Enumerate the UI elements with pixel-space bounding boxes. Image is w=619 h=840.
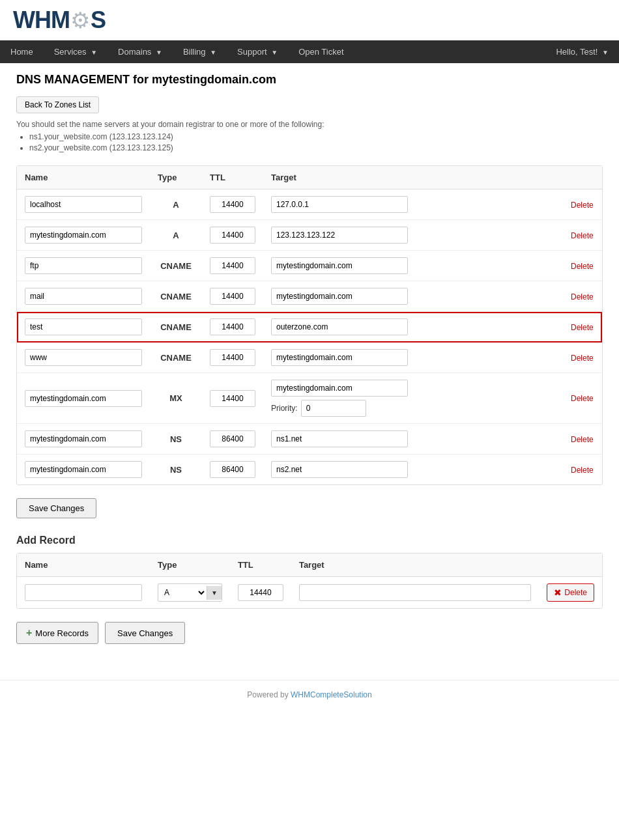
mx-name-input[interactable]: [25, 390, 142, 407]
nameserver-notice: You should set the name servers at your …: [16, 120, 603, 129]
dns-name-input[interactable]: [25, 196, 142, 213]
dns-records-table: Name Type TTL Target A Delete: [17, 166, 602, 484]
save-changes-button-bottom[interactable]: Save Changes: [105, 622, 185, 644]
more-records-label: More Records: [35, 628, 89, 638]
dns-record-row: A Delete: [17, 220, 602, 251]
dns-ttl-cell: [202, 281, 263, 312]
dns-target-cell: [263, 281, 563, 312]
dns-ttl-input[interactable]: [210, 227, 255, 244]
ns-delete-link[interactable]: Delete: [571, 435, 594, 444]
dns-delete-link[interactable]: Delete: [571, 292, 594, 301]
nav-services[interactable]: Services ▼: [44, 40, 108, 63]
footer-link[interactable]: WHMCompleteSolution: [291, 690, 372, 699]
dns-type-cell: A: [150, 189, 202, 220]
ns-ttl-cell: [202, 424, 263, 455]
dns-action-cell: Delete: [563, 220, 602, 251]
mx-target-input[interactable]: [271, 380, 408, 397]
dns-target-input[interactable]: [271, 257, 408, 274]
ns-ttl-input[interactable]: [210, 430, 255, 447]
dns-target-input[interactable]: [271, 196, 408, 213]
dns-name-input[interactable]: [25, 288, 142, 305]
more-records-button[interactable]: + More Records: [16, 622, 98, 644]
dns-name-input[interactable]: [25, 257, 142, 274]
col-header-name: Name: [17, 166, 150, 189]
add-target-input[interactable]: [299, 584, 531, 601]
dns-target-input[interactable]: [271, 288, 408, 305]
add-name-cell: [17, 577, 150, 609]
billing-arrow-icon: ▼: [210, 49, 216, 56]
plus-icon: +: [26, 627, 32, 639]
dns-ttl-input[interactable]: [210, 288, 255, 305]
ns-delete-link[interactable]: Delete: [571, 466, 594, 475]
add-delete-button[interactable]: ✖ Delete: [547, 583, 594, 602]
dns-delete-link[interactable]: Delete: [571, 231, 594, 240]
dns-ttl-input[interactable]: [210, 257, 255, 274]
dns-delete-link[interactable]: Delete: [571, 262, 594, 271]
back-to-zones-button[interactable]: Back To Zones List: [16, 96, 99, 113]
dns-ttl-cell: [202, 312, 263, 343]
support-arrow-icon: ▼: [271, 49, 278, 56]
dns-target-input[interactable]: [271, 318, 408, 335]
domains-arrow-icon: ▼: [156, 49, 162, 56]
dns-ttl-cell: [202, 251, 263, 281]
save-changes-button-top[interactable]: Save Changes: [16, 498, 96, 518]
nav-support[interactable]: Support ▼: [227, 40, 288, 63]
dns-ttl-cell: [202, 343, 263, 373]
mx-ttl-input[interactable]: [210, 390, 255, 407]
dns-record-row: CNAME Delete: [17, 343, 602, 373]
ns-action-cell: Delete: [563, 424, 602, 455]
dns-action-cell: Delete: [563, 189, 602, 220]
dns-delete-link[interactable]: Delete: [571, 323, 594, 332]
add-delete-label: Delete: [564, 588, 587, 597]
add-col-header-type: Type: [150, 553, 230, 577]
dns-target-input[interactable]: [271, 349, 408, 366]
nav-user-greeting[interactable]: Hello, Test! ▼: [545, 40, 619, 63]
mx-target-group: Priority:: [271, 380, 555, 417]
add-type-select[interactable]: A AAAA CNAME MX NS TXT SRV: [158, 584, 207, 601]
dns-name-input[interactable]: [25, 318, 142, 335]
header: WHM ⚙ S: [0, 0, 619, 40]
dns-delete-link[interactable]: Delete: [571, 201, 594, 210]
dns-target-cell: [263, 251, 563, 281]
add-ttl-input[interactable]: [238, 584, 283, 601]
ns-name-input[interactable]: [25, 461, 142, 478]
dns-ttl-input[interactable]: [210, 196, 255, 213]
col-header-ttl: TTL: [202, 166, 263, 189]
dns-target-input[interactable]: [271, 227, 408, 244]
ns-target-cell: [263, 424, 563, 455]
mx-target-cell: Priority:: [263, 373, 563, 424]
bottom-buttons: + More Records Save Changes: [16, 622, 603, 644]
dns-record-row-mx: MX Priority: Delete: [17, 373, 602, 424]
ns-action-cell: Delete: [563, 455, 602, 485]
dns-delete-link[interactable]: Delete: [571, 354, 594, 363]
ns-target-input[interactable]: [271, 430, 408, 447]
nav-open-ticket[interactable]: Open Ticket: [288, 40, 354, 63]
nav-billing[interactable]: Billing ▼: [173, 40, 227, 63]
priority-label: Priority:: [271, 404, 298, 413]
dns-name-cell: [17, 220, 150, 251]
dns-name-cell: [17, 312, 150, 343]
mx-priority-input[interactable]: [301, 400, 366, 417]
nav-home[interactable]: Home: [0, 40, 44, 63]
user-arrow-icon: ▼: [602, 49, 609, 56]
nav-domains[interactable]: Domains ▼: [108, 40, 173, 63]
mx-delete-link[interactable]: Delete: [571, 394, 594, 403]
dns-record-row: A Delete: [17, 189, 602, 220]
ns-ttl-input[interactable]: [210, 461, 255, 478]
services-arrow-icon: ▼: [91, 49, 97, 56]
ns-name-cell: [17, 424, 150, 455]
add-type-cell: A AAAA CNAME MX NS TXT SRV ▼: [150, 577, 230, 609]
nameserver-1: ns1.your_website.com (123.123.123.124): [29, 132, 603, 141]
dns-name-input[interactable]: [25, 227, 142, 244]
dns-ttl-input[interactable]: [210, 349, 255, 366]
add-name-input[interactable]: [25, 584, 142, 601]
dns-name-input[interactable]: [25, 349, 142, 366]
logo-text-cs: S: [91, 7, 106, 34]
add-ttl-cell: [230, 577, 291, 609]
ns-name-input[interactable]: [25, 430, 142, 447]
dns-action-cell: Delete: [563, 251, 602, 281]
dns-name-cell: [17, 189, 150, 220]
dns-ttl-input[interactable]: [210, 318, 255, 335]
ns-target-input[interactable]: [271, 461, 408, 478]
dns-target-cell: [263, 220, 563, 251]
